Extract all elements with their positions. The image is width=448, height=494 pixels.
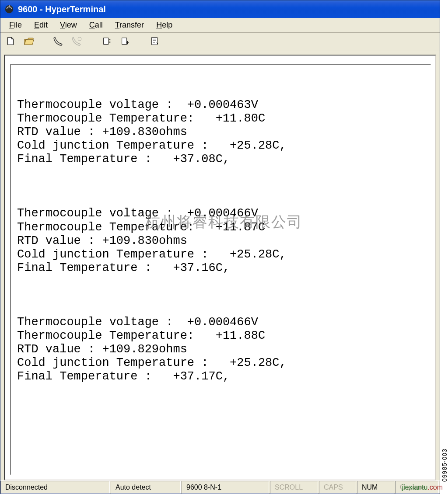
new-button[interactable]: [4, 35, 17, 49]
disconnect-button[interactable]: [70, 35, 84, 49]
phone-hangup-icon: [72, 36, 82, 48]
menu-view[interactable]: View: [54, 19, 83, 31]
receive-file-icon: [120, 36, 130, 48]
app-window: 9600 - HyperTerminal File Edit View Call…: [0, 0, 440, 494]
client-area: Thermocouple voltage : +0.000463V Thermo…: [0, 51, 440, 480]
window-title: 9600 - HyperTerminal: [18, 4, 106, 14]
menu-call[interactable]: Call: [83, 19, 109, 31]
menu-edit[interactable]: Edit: [28, 19, 54, 31]
statusbar: Disconnected Auto detect 9600 8-N-1 SCRO…: [0, 480, 440, 494]
send-file-icon: [102, 36, 112, 48]
status-capture: Capture: [395, 481, 439, 494]
svg-point-2: [78, 37, 81, 41]
status-num: NUM: [357, 481, 394, 494]
menubar: File Edit View Call Transfer Help: [0, 18, 440, 33]
titlebar[interactable]: 9600 - HyperTerminal: [0, 0, 440, 18]
menu-help[interactable]: Help: [150, 19, 178, 31]
status-settings: 9600 8-N-1: [182, 481, 269, 494]
svg-rect-3: [104, 38, 108, 45]
toolbar: [0, 33, 440, 51]
properties-button[interactable]: [148, 35, 161, 49]
open-file-icon: [24, 36, 34, 48]
status-scroll: SCROLL: [270, 481, 318, 494]
status-caps: CAPS: [319, 481, 356, 494]
phone-icon: [53, 36, 64, 48]
menu-transfer[interactable]: Transfer: [109, 19, 150, 31]
send-button[interactable]: [100, 35, 113, 49]
status-encoding: Auto detect: [111, 481, 181, 494]
call-button[interactable]: [52, 35, 65, 49]
menu-file[interactable]: File: [3, 19, 28, 31]
properties-icon: [150, 36, 160, 48]
app-icon: [4, 4, 14, 14]
svg-rect-1: [9, 5, 10, 8]
svg-rect-4: [122, 38, 127, 45]
figure-number-label: 09985-003: [441, 449, 448, 482]
status-connection: Disconnected: [0, 481, 110, 494]
receive-button[interactable]: [119, 35, 132, 49]
terminal-frame: Thermocouple voltage : +0.000463V Thermo…: [4, 55, 436, 480]
svg-rect-5: [152, 38, 158, 45]
terminal-output[interactable]: Thermocouple voltage : +0.000463V Thermo…: [10, 64, 431, 475]
new-file-icon: [6, 36, 15, 48]
open-button[interactable]: [22, 35, 35, 49]
